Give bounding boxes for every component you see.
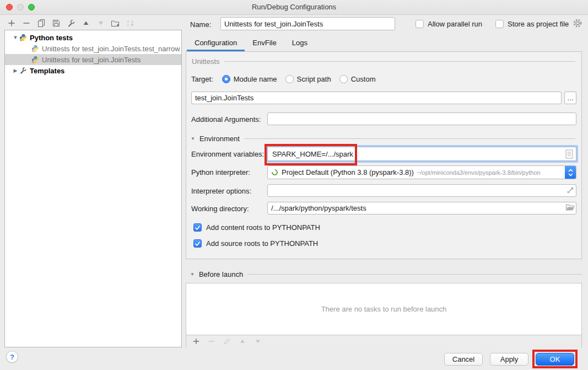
collapse-arrow-icon[interactable]: ▼ <box>191 136 195 141</box>
unittests-group-label: Unittests <box>192 57 220 66</box>
move-task-down-icon <box>253 337 262 346</box>
radio-unselected-icon[interactable] <box>285 75 294 83</box>
window-title: Run/Debug Configurations <box>0 3 588 11</box>
radio-custom[interactable]: Custom <box>339 75 376 83</box>
collapse-arrow-icon[interactable]: ▼ <box>13 35 18 40</box>
radio-custom-label: Custom <box>351 75 376 83</box>
checkbox-unchecked-icon[interactable] <box>416 20 424 28</box>
edit-variables-icon[interactable] <box>565 149 573 160</box>
tree-item-label: Unittests for test_join.JoinTests <box>42 56 141 64</box>
before-launch-header[interactable]: ▼ Before launch <box>186 270 582 278</box>
environment-section-label: Environment <box>199 135 240 143</box>
tab-logs[interactable]: Logs <box>284 36 315 51</box>
tree-item-python-tests[interactable]: ▼ Python tests <box>5 32 181 43</box>
store-as-project-file-checkbox[interactable]: Store as project file <box>495 20 569 28</box>
run-debug-configurations-dialog: Run/Debug Configurations az ▼ Pytho <box>0 0 588 370</box>
store-options-gear-icon[interactable] <box>573 18 582 28</box>
tree-item-test-narrow[interactable]: Unittests for test_join.JoinTests.test_n… <box>5 43 181 54</box>
radio-module-name-label: Module name <box>234 75 277 83</box>
titlebar: Run/Debug Configurations <box>0 0 588 15</box>
separator-line <box>244 138 575 139</box>
working-directory-label: Working directory: <box>191 205 249 213</box>
tree-item-label: Templates <box>30 67 64 75</box>
environment-section-header[interactable]: ▼ Environment <box>191 135 575 143</box>
move-up-icon[interactable] <box>81 19 90 28</box>
combobox-arrows-icon[interactable] <box>565 165 576 179</box>
additional-arguments-label: Additional Arguments: <box>191 115 261 124</box>
move-down-icon <box>96 19 105 28</box>
environment-variables-input[interactable]: SPARK_HOME=/.../spark <box>267 147 576 161</box>
add-source-roots-checkbox[interactable]: Add source roots to PYTHONPATH <box>193 239 318 248</box>
new-folder-icon[interactable] <box>111 19 120 28</box>
separator-line <box>224 61 575 62</box>
python-interpreter-path: ~/opt/miniconda3/envs/pyspark-3.8/bin/py… <box>417 169 541 176</box>
add-content-roots-checkbox[interactable]: Add content roots to PYTHONPATH <box>193 223 320 232</box>
configuration-panel: Unittests Target: Module name Script pat… <box>186 51 582 259</box>
interpreter-options-input[interactable] <box>267 184 576 197</box>
radio-script-path-label: Script path <box>297 75 331 83</box>
browse-folder-icon[interactable] <box>565 203 575 213</box>
before-launch-label: Before launch <box>199 270 243 278</box>
tab-configuration[interactable]: Configuration <box>187 36 245 51</box>
remove-configuration-icon[interactable] <box>21 19 31 28</box>
radio-unselected-icon[interactable] <box>339 75 348 83</box>
apply-button[interactable]: Apply <box>490 353 528 366</box>
tasks-toolbar <box>186 335 581 347</box>
collapse-arrow-icon[interactable]: ▼ <box>190 272 195 277</box>
unittests-group-header: Unittests <box>192 57 575 66</box>
python-tests-icon <box>19 34 27 41</box>
additional-arguments-input[interactable] <box>267 112 576 125</box>
add-content-roots-label: Add content roots to PYTHONPATH <box>206 223 320 232</box>
environment-variables-value: SPARK_HOME=/.../spark <box>272 150 353 158</box>
configurations-toolbar: az <box>7 17 135 29</box>
copy-configuration-icon[interactable] <box>36 19 46 28</box>
tree-item-label: Unittests for test_join.JoinTests.test_n… <box>42 45 180 53</box>
python-interpreter-label: Python interpreter: <box>191 168 250 176</box>
python-test-config-icon <box>31 45 39 52</box>
python-interpreter-value: Project Default (Python 3.8 (pyspark-3.8… <box>282 168 414 176</box>
edit-task-icon <box>222 337 231 346</box>
separator-line <box>247 274 582 275</box>
config-tabs: Configuration EnvFile Logs <box>186 36 315 51</box>
no-tasks-message: There are no tasks to run before launch <box>186 283 581 335</box>
add-source-roots-label: Add source roots to PYTHONPATH <box>206 239 318 248</box>
configurations-tree: ▼ Python tests Unittests for test_join.J… <box>4 30 182 347</box>
move-task-up-icon <box>238 337 247 346</box>
browse-module-button[interactable]: … <box>564 92 576 104</box>
radio-script-path[interactable]: Script path <box>285 75 331 83</box>
working-directory-input[interactable] <box>267 202 576 215</box>
tab-envfile[interactable]: EnvFile <box>245 36 284 51</box>
cancel-button[interactable]: Cancel <box>444 353 483 366</box>
tree-item-jointests-selected[interactable]: Unittests for test_join.JoinTests <box>5 54 181 65</box>
allow-parallel-run-label: Allow parallel run <box>428 20 482 28</box>
name-label: Name: <box>190 20 211 29</box>
expand-arrow-icon[interactable]: ▶ <box>14 68 18 73</box>
templates-wrench-icon <box>19 67 27 74</box>
environment-variables-label: Environment variables: <box>191 150 264 158</box>
svg-text:a: a <box>127 19 129 23</box>
store-as-project-file-label: Store as project file <box>508 20 569 28</box>
python-interpreter-select[interactable]: Project Default (Python 3.8 (pyspark-3.8… <box>267 165 576 179</box>
radio-module-name[interactable]: Module name <box>222 75 277 83</box>
radio-selected-icon[interactable] <box>222 75 230 83</box>
edit-templates-icon[interactable] <box>66 19 75 28</box>
target-row: Target: Module name Script path Custom <box>191 75 384 83</box>
remove-task-icon <box>207 337 216 346</box>
interpreter-options-label: Interpreter options: <box>191 187 251 195</box>
sort-alphabetically-icon: az <box>126 19 135 28</box>
name-input[interactable] <box>220 17 395 30</box>
ok-button[interactable]: OK <box>536 353 574 366</box>
add-configuration-icon[interactable] <box>7 19 16 28</box>
save-configuration-icon[interactable] <box>51 19 61 28</box>
checkbox-checked-icon[interactable] <box>193 239 202 248</box>
module-name-input[interactable] <box>191 92 562 104</box>
add-task-icon[interactable] <box>191 337 201 346</box>
target-label: Target: <box>191 75 213 83</box>
expand-field-icon[interactable] <box>567 186 574 196</box>
checkbox-unchecked-icon[interactable] <box>495 20 504 28</box>
allow-parallel-run-checkbox[interactable]: Allow parallel run <box>416 20 482 28</box>
help-button[interactable]: ? <box>6 351 18 363</box>
tree-item-templates[interactable]: ▶ Templates <box>5 65 181 76</box>
checkbox-checked-icon[interactable] <box>193 223 202 232</box>
tree-item-label: Python tests <box>30 34 73 42</box>
